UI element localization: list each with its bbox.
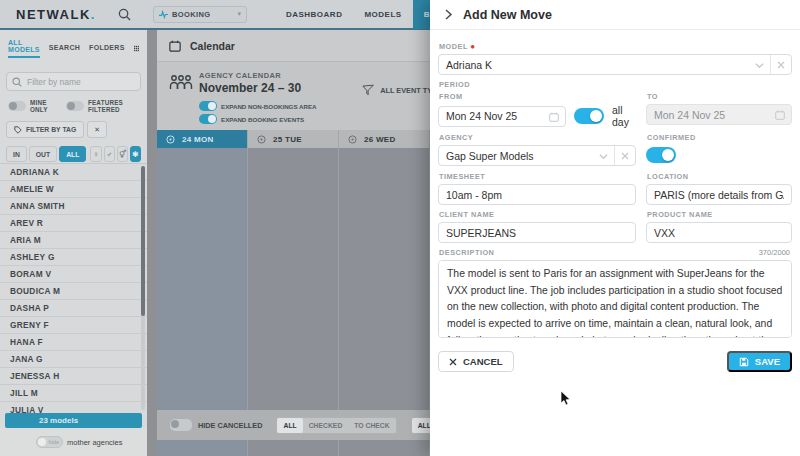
filter-by-name-field[interactable]: [27, 77, 127, 87]
save-button[interactable]: SAVE: [727, 351, 792, 372]
location-value[interactable]: [654, 189, 784, 201]
nav-dashboard[interactable]: DASHBOARD: [275, 0, 354, 29]
add-new-move-drawer: Add New Move MODEL ● PERIOD FROM: [430, 0, 800, 456]
location-input[interactable]: [646, 184, 792, 205]
tab-all-models[interactable]: ALL MODELS: [8, 39, 40, 58]
model-list-item[interactable]: AMELIE W: [0, 181, 147, 198]
clear-tag-button[interactable]: ✕: [87, 121, 107, 138]
calendar-icon: [169, 40, 181, 52]
filter-by-name-input[interactable]: [6, 72, 141, 91]
timesheet-value[interactable]: [446, 189, 628, 201]
model-label: MODEL ●: [439, 42, 792, 51]
calendar-icon: [775, 110, 785, 120]
from-label: FROM: [439, 92, 636, 101]
expand-bookings-toggle[interactable]: [199, 114, 217, 124]
event-type-filter[interactable]: ALL EVENT TY: [362, 84, 430, 96]
model-list-item[interactable]: ARIA M: [0, 232, 147, 249]
app-logo: NETWALK.: [16, 7, 96, 22]
product-name-input[interactable]: [646, 222, 792, 243]
segment-all[interactable]: ALL: [59, 146, 86, 162]
model-list-item[interactable]: ASHLEY G: [0, 249, 147, 266]
mother-agencies-label: mother agencies: [67, 438, 122, 447]
model-list-item[interactable]: JENESSA H: [0, 368, 147, 385]
all-day-label: all day: [612, 104, 636, 128]
agency-select[interactable]: [438, 145, 636, 166]
context-select[interactable]: BOOKING ▾: [153, 6, 247, 23]
filter-by-tag-button[interactable]: FILTER BY TAG: [6, 121, 84, 138]
nav-models[interactable]: MODELS: [353, 0, 412, 29]
model-list-item[interactable]: JILL M: [0, 385, 147, 402]
checked-segment-checked[interactable]: CHECKED: [303, 418, 349, 433]
model-list-item[interactable]: JANA G: [0, 351, 147, 368]
grid-icon[interactable]: [134, 43, 139, 54]
product-name-label: PRODUCT NAME: [647, 210, 792, 219]
drawer-footer: CANCEL SAVE: [438, 351, 792, 372]
model-select-value[interactable]: [446, 59, 784, 71]
mine-only-toggle[interactable]: [8, 101, 26, 111]
calendar-toolbar: Calendar: [157, 30, 430, 62]
segment-in[interactable]: IN: [6, 146, 27, 162]
androgyne-icon[interactable]: ⚥: [117, 146, 128, 162]
confirmed-toggle[interactable]: [646, 147, 676, 163]
to-label: TO: [647, 92, 792, 101]
filter-by-tag-label: FILTER BY TAG: [26, 126, 76, 133]
model-list-item[interactable]: HANA F: [0, 334, 147, 351]
expand-nonbookings-toggle[interactable]: [199, 101, 217, 111]
clear-icon: ✕: [94, 126, 100, 134]
product-name-value[interactable]: [654, 227, 784, 239]
chevron-down-icon: [599, 152, 608, 161]
day-header-tuesday[interactable]: 25 TUE: [248, 130, 339, 148]
tab-search[interactable]: SEARCH: [49, 44, 80, 54]
location-label: LOCATION: [647, 172, 792, 181]
calendar-panel: Calendar AGENCY CALENDAR November 24 – 3…: [157, 30, 430, 456]
clear-icon[interactable]: [614, 146, 635, 165]
mine-segment-all[interactable]: ALL: [412, 418, 430, 433]
from-date-input[interactable]: [438, 106, 566, 127]
timesheet-input[interactable]: [438, 184, 636, 205]
model-list-item[interactable]: BOUDICA M: [0, 283, 147, 300]
char-counter: 370/2000: [759, 248, 790, 257]
model-list-item[interactable]: BORAM V: [0, 266, 147, 283]
day-header-wednesday[interactable]: 26 WED: [339, 130, 430, 148]
description-textarea[interactable]: The model is sent to Paris for an assign…: [438, 260, 792, 338]
search-icon[interactable]: [118, 8, 131, 21]
hide-cancelled-toggle[interactable]: [170, 419, 192, 431]
model-list-item[interactable]: GRENY F: [0, 317, 147, 334]
client-name-value[interactable]: [446, 227, 628, 239]
from-date-value[interactable]: [446, 110, 558, 122]
female-icon[interactable]: ♀: [90, 146, 101, 162]
calendar-footer-bar: HIDE CANCELLED ALL CHECKED TO CHECK ALL …: [157, 410, 430, 440]
chevron-right-icon[interactable]: [444, 9, 453, 20]
cancel-button[interactable]: CANCEL: [438, 351, 514, 372]
sidebar-scrollbar-thumb[interactable]: [141, 166, 145, 316]
clear-icon[interactable]: [770, 55, 791, 74]
checked-segment-tocheck[interactable]: TO CHECK: [348, 418, 395, 433]
model-list-item[interactable]: ADRIANA K: [0, 164, 147, 181]
segment-out[interactable]: OUT: [29, 146, 57, 162]
model-list-item[interactable]: ANNA SMITH: [0, 198, 147, 215]
asterisk-icon[interactable]: ✱: [130, 146, 141, 162]
in-out-filter-row: IN OUT ALL ♀ ♂ ⚥ ✱: [6, 146, 141, 162]
model-list-item[interactable]: DASHA P: [0, 300, 147, 317]
timesheet-label: TIMESHEET: [439, 172, 636, 181]
sidebar-tabs: ALL MODELS SEARCH FOLDERS: [0, 30, 147, 64]
hide-cancelled-label: HIDE CANCELLED: [198, 421, 262, 430]
required-marker: ●: [470, 42, 475, 51]
funnel-icon: [362, 84, 374, 96]
features-filtered-toggle[interactable]: [66, 101, 84, 111]
chevron-down-icon: ▾: [237, 10, 241, 18]
tab-folders[interactable]: FOLDERS: [89, 44, 125, 54]
all-day-toggle[interactable]: [574, 108, 604, 124]
agency-calendar-label: AGENCY CALENDAR: [199, 71, 281, 80]
hide-mother-agencies-toggle[interactable]: hide: [36, 436, 63, 448]
model-list-item[interactable]: JULIA V: [0, 402, 147, 413]
features-filtered-label: FEATURES FILTERED: [88, 99, 141, 113]
model-select[interactable]: [438, 54, 792, 75]
checked-segment-all[interactable]: ALL: [277, 418, 302, 433]
male-icon[interactable]: ♂: [104, 146, 115, 162]
sidebar-toggle-row: MINE ONLY FEATURES FILTERED: [8, 99, 141, 113]
tag-filter-row: FILTER BY TAG ✕: [6, 121, 141, 138]
model-list-item[interactable]: AREV R: [0, 215, 147, 232]
client-name-input[interactable]: [438, 222, 636, 243]
day-header-monday[interactable]: 24 MON: [157, 130, 248, 148]
